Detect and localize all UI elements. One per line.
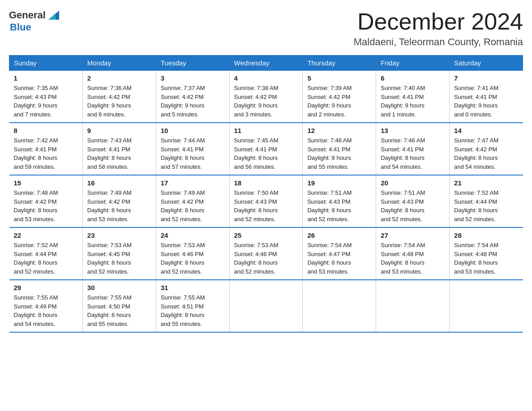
- calendar-header: Sunday Monday Tuesday Wednesday Thursday…: [9, 56, 523, 71]
- header-monday: Monday: [82, 56, 156, 71]
- calendar-week-row: 8 Sunrise: 7:42 AM Sunset: 4:41 PM Dayli…: [9, 123, 523, 175]
- day-info: Sunrise: 7:45 AM Sunset: 4:41 PM Dayligh…: [234, 136, 298, 171]
- day-info: Sunrise: 7:53 AM Sunset: 4:45 PM Dayligh…: [87, 241, 151, 276]
- calendar-cell: [450, 280, 523, 332]
- day-info: Sunrise: 7:41 AM Sunset: 4:41 PM Dayligh…: [454, 84, 518, 119]
- day-info: Sunrise: 7:49 AM Sunset: 4:42 PM Dayligh…: [161, 188, 225, 223]
- day-number: 23: [87, 231, 151, 239]
- day-info: Sunrise: 7:43 AM Sunset: 4:41 PM Dayligh…: [87, 136, 151, 171]
- day-info: Sunrise: 7:49 AM Sunset: 4:42 PM Dayligh…: [87, 188, 151, 223]
- day-info: Sunrise: 7:55 AM Sunset: 4:50 PM Dayligh…: [87, 293, 151, 328]
- calendar-cell: 20 Sunrise: 7:51 AM Sunset: 4:43 PM Dayl…: [376, 175, 450, 227]
- logo-blue-text: Blue: [9, 21, 59, 33]
- day-info: Sunrise: 7:52 AM Sunset: 4:44 PM Dayligh…: [14, 241, 78, 276]
- day-info: Sunrise: 7:39 AM Sunset: 4:42 PM Dayligh…: [307, 84, 371, 119]
- calendar-cell: [229, 280, 303, 332]
- calendar-cell: [303, 280, 376, 332]
- day-number: 4: [234, 74, 298, 82]
- calendar-cell: 6 Sunrise: 7:40 AM Sunset: 4:41 PM Dayli…: [376, 71, 450, 123]
- calendar-cell: 5 Sunrise: 7:39 AM Sunset: 4:42 PM Dayli…: [303, 71, 376, 123]
- calendar-week-row: 22 Sunrise: 7:52 AM Sunset: 4:44 PM Dayl…: [9, 227, 523, 280]
- calendar-cell: 7 Sunrise: 7:41 AM Sunset: 4:41 PM Dayli…: [450, 71, 523, 123]
- day-number: 3: [161, 74, 225, 82]
- calendar-cell: 27 Sunrise: 7:54 AM Sunset: 4:48 PM Dayl…: [376, 227, 450, 280]
- calendar-cell: 25 Sunrise: 7:53 AM Sunset: 4:46 PM Dayl…: [229, 227, 303, 280]
- day-info: Sunrise: 7:54 AM Sunset: 4:48 PM Dayligh…: [454, 241, 518, 276]
- day-number: 6: [381, 74, 445, 82]
- day-number: 1: [14, 74, 78, 82]
- day-info: Sunrise: 7:54 AM Sunset: 4:48 PM Dayligh…: [381, 241, 445, 276]
- svg-marker-1: [48, 13, 56, 20]
- day-number: 2: [87, 74, 151, 82]
- calendar-body: 1 Sunrise: 7:35 AM Sunset: 4:43 PM Dayli…: [9, 71, 523, 333]
- logo: General Blue: [9, 9, 59, 33]
- day-number: 24: [161, 231, 225, 239]
- day-info: Sunrise: 7:37 AM Sunset: 4:42 PM Dayligh…: [161, 84, 225, 119]
- calendar-cell: 30 Sunrise: 7:55 AM Sunset: 4:50 PM Dayl…: [82, 280, 156, 332]
- calendar-cell: 19 Sunrise: 7:51 AM Sunset: 4:43 PM Dayl…: [303, 175, 376, 227]
- calendar-cell: 3 Sunrise: 7:37 AM Sunset: 4:42 PM Dayli…: [156, 71, 229, 123]
- day-number: 18: [234, 179, 298, 187]
- header-thursday: Thursday: [303, 56, 376, 71]
- day-number: 31: [161, 284, 225, 291]
- calendar-cell: 15 Sunrise: 7:48 AM Sunset: 4:42 PM Dayl…: [9, 175, 83, 227]
- day-info: Sunrise: 7:40 AM Sunset: 4:41 PM Dayligh…: [381, 84, 445, 119]
- calendar-cell: 10 Sunrise: 7:44 AM Sunset: 4:41 PM Dayl…: [156, 123, 229, 175]
- calendar-cell: 17 Sunrise: 7:49 AM Sunset: 4:42 PM Dayl…: [156, 175, 229, 227]
- page-header: General Blue December 2024 Maldaeni, Tel…: [9, 9, 523, 48]
- month-title: December 2024: [354, 9, 523, 34]
- day-number: 13: [381, 127, 445, 134]
- day-info: Sunrise: 7:46 AM Sunset: 4:41 PM Dayligh…: [381, 136, 445, 171]
- day-info: Sunrise: 7:52 AM Sunset: 4:44 PM Dayligh…: [454, 188, 518, 223]
- calendar-week-row: 1 Sunrise: 7:35 AM Sunset: 4:43 PM Dayli…: [9, 71, 523, 123]
- day-number: 17: [161, 179, 225, 187]
- calendar-cell: 23 Sunrise: 7:53 AM Sunset: 4:45 PM Dayl…: [82, 227, 156, 280]
- title-block: December 2024 Maldaeni, Teleorman County…: [354, 9, 523, 48]
- calendar-cell: 13 Sunrise: 7:46 AM Sunset: 4:41 PM Dayl…: [376, 123, 450, 175]
- header-sunday: Sunday: [9, 56, 83, 71]
- day-info: Sunrise: 7:50 AM Sunset: 4:43 PM Dayligh…: [234, 188, 298, 223]
- calendar-cell: 24 Sunrise: 7:53 AM Sunset: 4:46 PM Dayl…: [156, 227, 229, 280]
- calendar-cell: 2 Sunrise: 7:36 AM Sunset: 4:42 PM Dayli…: [82, 71, 156, 123]
- day-number: 8: [14, 127, 78, 134]
- day-number: 21: [454, 179, 518, 187]
- calendar-cell: 29 Sunrise: 7:55 AM Sunset: 4:49 PM Dayl…: [9, 280, 83, 332]
- day-number: 26: [307, 231, 371, 239]
- day-number: 10: [161, 127, 225, 134]
- logo-general-text: General: [9, 9, 46, 21]
- day-info: Sunrise: 7:51 AM Sunset: 4:43 PM Dayligh…: [307, 188, 371, 223]
- header-wednesday: Wednesday: [229, 56, 303, 71]
- calendar-week-row: 29 Sunrise: 7:55 AM Sunset: 4:49 PM Dayl…: [9, 280, 523, 332]
- day-info: Sunrise: 7:53 AM Sunset: 4:46 PM Dayligh…: [234, 241, 298, 276]
- day-info: Sunrise: 7:35 AM Sunset: 4:43 PM Dayligh…: [14, 84, 78, 119]
- day-info: Sunrise: 7:53 AM Sunset: 4:46 PM Dayligh…: [161, 241, 225, 276]
- day-number: 9: [87, 127, 151, 134]
- day-number: 15: [14, 179, 78, 187]
- calendar-week-row: 15 Sunrise: 7:48 AM Sunset: 4:42 PM Dayl…: [9, 175, 523, 227]
- calendar-cell: 26 Sunrise: 7:54 AM Sunset: 4:47 PM Dayl…: [303, 227, 376, 280]
- header-tuesday: Tuesday: [156, 56, 229, 71]
- calendar-cell: 18 Sunrise: 7:50 AM Sunset: 4:43 PM Dayl…: [229, 175, 303, 227]
- calendar-cell: [376, 280, 450, 332]
- day-number: 7: [454, 74, 518, 82]
- day-number: 11: [234, 127, 298, 134]
- day-info: Sunrise: 7:44 AM Sunset: 4:41 PM Dayligh…: [161, 136, 225, 171]
- logo-triangle-icon: [47, 9, 59, 21]
- day-number: 28: [454, 231, 518, 239]
- calendar-cell: 21 Sunrise: 7:52 AM Sunset: 4:44 PM Dayl…: [450, 175, 523, 227]
- day-number: 25: [234, 231, 298, 239]
- location-title: Maldaeni, Teleorman County, Romania: [354, 36, 523, 48]
- day-number: 5: [307, 74, 371, 82]
- header-row: Sunday Monday Tuesday Wednesday Thursday…: [9, 56, 523, 71]
- day-number: 12: [307, 127, 371, 134]
- day-number: 29: [14, 284, 78, 291]
- day-info: Sunrise: 7:36 AM Sunset: 4:42 PM Dayligh…: [87, 84, 151, 119]
- calendar-cell: 31 Sunrise: 7:55 AM Sunset: 4:51 PM Dayl…: [156, 280, 229, 332]
- day-info: Sunrise: 7:42 AM Sunset: 4:41 PM Dayligh…: [14, 136, 78, 171]
- day-number: 30: [87, 284, 151, 291]
- calendar-cell: 11 Sunrise: 7:45 AM Sunset: 4:41 PM Dayl…: [229, 123, 303, 175]
- day-number: 27: [381, 231, 445, 239]
- calendar-cell: 4 Sunrise: 7:38 AM Sunset: 4:42 PM Dayli…: [229, 71, 303, 123]
- calendar-cell: 14 Sunrise: 7:47 AM Sunset: 4:42 PM Dayl…: [450, 123, 523, 175]
- day-number: 22: [14, 231, 78, 239]
